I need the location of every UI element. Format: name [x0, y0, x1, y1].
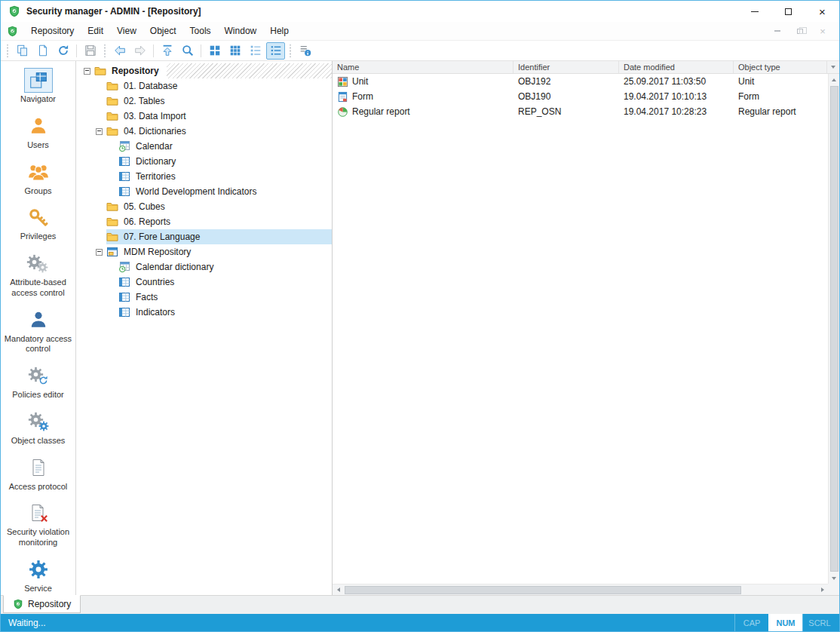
scroll-up-button[interactable] [829, 74, 840, 85]
user-icon [24, 114, 53, 139]
cell-object-type: Form [734, 91, 828, 102]
sidebar-item-object-classes[interactable]: Object classes [1, 410, 75, 446]
scroll-down-button[interactable] [829, 572, 840, 584]
sidebar-item-navigator[interactable]: Navigator [1, 68, 75, 105]
menu-object[interactable]: Object [143, 22, 183, 40]
table-row-unit[interactable]: Unit OBJ192 25.09.2017 11:03:50 Unit [333, 74, 828, 89]
horizontal-scrollbar[interactable] [333, 584, 828, 595]
cell-date-modified: 25.09.2017 11:03:50 [619, 76, 734, 87]
tree-item-reports[interactable]: 06. Reports [76, 214, 332, 229]
shield-icon [13, 599, 23, 609]
mdi-minimize-button[interactable] [771, 26, 783, 36]
back-button[interactable] [110, 42, 129, 60]
scrollbar-thumb[interactable] [830, 86, 838, 572]
tree-item-facts[interactable]: Facts [76, 290, 332, 305]
sidebar-item-attribute-based-access-control[interactable]: Attribute-based access control [1, 251, 75, 299]
scroll-right-button[interactable] [817, 584, 828, 596]
tab-repository[interactable]: Repository [3, 595, 81, 613]
column-header-date-modified[interactable]: Date modified [619, 61, 734, 73]
sidebar-item-mandatory-access-control[interactable]: Mandatory access control [1, 308, 75, 355]
menu-repository[interactable]: Repository [24, 22, 81, 40]
tree-item-calendar[interactable]: Calendar [76, 139, 332, 154]
mdi-close-button[interactable]: × [817, 26, 829, 36]
repository-tree: Repository 01. Database 02. Tables 03. D… [76, 61, 333, 595]
sidebar-item-policies-editor[interactable]: Policies editor [1, 364, 75, 400]
tree-item-label: MDM Repository [122, 246, 192, 258]
paste-button[interactable] [33, 42, 52, 60]
column-header-identifier[interactable]: Identifier [514, 61, 619, 73]
column-options-button[interactable] [827, 61, 839, 73]
tree-item-territories[interactable]: Territories [76, 169, 332, 184]
properties-button[interactable] [296, 42, 314, 60]
sidebar-item-label: Access protocol [7, 482, 70, 492]
cell-identifier: OBJ192 [514, 76, 619, 87]
tree-item-repository[interactable]: Repository [76, 63, 332, 78]
refresh-button[interactable] [54, 42, 72, 60]
menu-edit[interactable]: Edit [81, 22, 110, 40]
up-one-level-button[interactable] [158, 42, 176, 60]
table-header: Name Identifier Date modified Object typ… [333, 61, 839, 74]
tab-label: Repository [28, 599, 71, 609]
menu-help[interactable]: Help [263, 22, 296, 40]
toolbar-grip[interactable] [289, 44, 292, 57]
sidebar-item-privileges[interactable]: Privileges [1, 205, 75, 242]
gears-icon [24, 410, 53, 434]
sidebar-item-access-protocol[interactable]: Access protocol [1, 456, 75, 492]
tree-item-tables[interactable]: 02. Tables [76, 94, 332, 109]
tree-item-label: 04. Dictionaries [122, 125, 188, 137]
table-row-regular-report[interactable]: Regular report REP_OSN 19.04.2017 10:28:… [333, 104, 828, 119]
tree-item-countries[interactable]: Countries [76, 275, 332, 290]
tree-item-fore-language[interactable]: 07. Fore Language [76, 229, 332, 244]
status-text: Waiting... [8, 618, 46, 628]
tree-item-data-import[interactable]: 03. Data Import [76, 109, 332, 124]
close-button[interactable]: × [805, 1, 839, 22]
toolbar-grip[interactable] [6, 44, 9, 57]
menu-view[interactable]: View [110, 22, 143, 40]
triangle-down-icon [832, 577, 836, 580]
tree-item-database[interactable]: 01. Database [76, 78, 332, 94]
tree-item-dictionaries[interactable]: 04. Dictionaries [76, 124, 332, 139]
tree-item-indicators[interactable]: Indicators [76, 305, 332, 320]
gear-icon [24, 557, 53, 582]
sidebar-item-users[interactable]: Users [1, 114, 75, 151]
mdi-restore-button[interactable] [794, 26, 806, 36]
details-view-button[interactable] [266, 42, 285, 60]
save-button[interactable] [81, 42, 100, 60]
collapse-expander-icon[interactable] [84, 68, 90, 75]
search-button[interactable] [178, 42, 197, 60]
table-row-form[interactable]: Form OBJ190 19.04.2017 10:10:13 Form [333, 89, 828, 104]
collapse-expander-icon[interactable] [96, 249, 103, 256]
small-icons-view-button[interactable] [225, 42, 244, 60]
collapse-expander-icon[interactable] [96, 128, 103, 135]
copy-button[interactable] [13, 42, 32, 60]
table-icon [118, 276, 130, 288]
minimize-button[interactable] [737, 1, 771, 22]
tree-item-world-development-indicators[interactable]: World Development Indicators [76, 184, 332, 199]
tree-item-calendar-dictionary[interactable]: Calendar dictionary [76, 259, 332, 275]
close-icon: × [819, 6, 826, 17]
scrollbar-thumb[interactable] [345, 586, 741, 594]
tree-item-mdm-repository[interactable]: MDM Repository [76, 244, 332, 259]
title-bar: Security manager - ADMIN - [Repository] … [1, 1, 839, 22]
sidebar-item-groups[interactable]: Groups [1, 160, 75, 197]
forward-button[interactable] [130, 42, 149, 60]
triangle-up-icon [832, 78, 836, 81]
tree-item-cubes[interactable]: 05. Cubes [76, 199, 332, 214]
sidebar-item-label: Groups [22, 186, 54, 197]
column-header-name[interactable]: Name [333, 61, 514, 73]
sidebar-item-service[interactable]: Service [1, 557, 75, 594]
toolbar-grip[interactable] [103, 44, 106, 57]
list-view-button[interactable] [246, 42, 265, 60]
column-header-object-type[interactable]: Object type [734, 61, 827, 73]
menu-tools[interactable]: Tools [183, 22, 218, 40]
scroll-left-button[interactable] [333, 584, 344, 596]
maximize-button[interactable] [771, 1, 805, 22]
menu-window[interactable]: Window [218, 22, 264, 40]
minimize-icon [751, 11, 759, 12]
large-icons-view-button[interactable] [205, 42, 224, 60]
menu-bar: Repository Edit View Object Tools Window… [1, 22, 839, 41]
sidebar-item-security-violation-monitoring[interactable]: Security violation monitoring [1, 501, 75, 548]
tree-item-dictionary[interactable]: Dictionary [76, 154, 332, 169]
vertical-scrollbar[interactable] [828, 74, 839, 584]
gears-icon [24, 251, 53, 276]
